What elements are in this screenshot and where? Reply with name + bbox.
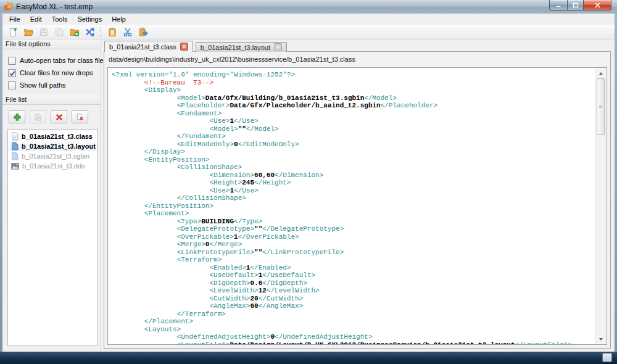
file-list-item[interactable]: b_01asia21st_t3.layout: [8, 141, 97, 151]
maximize-button[interactable]: [567, 0, 584, 10]
code-line: <?xml version="1.0" encoding="Windows-12…: [112, 71, 592, 79]
file-list-options: Auto-open tabs for class filesClear file…: [2, 49, 101, 95]
titlebar[interactable]: EasyMod XL - test.emp: [0, 0, 617, 14]
minimize-button[interactable]: [549, 0, 567, 10]
class-file-icon: [11, 132, 19, 141]
window-frame-right: [615, 14, 617, 352]
code-line: <CollisionShape>: [112, 163, 592, 172]
paste-arrow-button[interactable]: [136, 26, 150, 38]
checkbox[interactable]: [8, 81, 16, 89]
app-icon: [4, 2, 13, 12]
code-line: </EntityPosition>: [112, 202, 592, 210]
file-list-item[interactable]: b_01asia21st_t3.dds: [8, 161, 97, 171]
resize-grip[interactable]: [602, 353, 612, 362]
code-line: <LinkPrototypeFile>""</LinkPrototypeFile…: [112, 249, 592, 257]
code-line: <Layouts>: [112, 326, 592, 334]
arrow-up-icon: [599, 72, 603, 75]
open-folder-icon: [23, 27, 33, 37]
code-line: <Use>1</Use>: [112, 117, 592, 125]
code-line: <LevelWidth>12</LevelWidth>: [112, 287, 592, 295]
code-line: <CutWidth>20</CutWidth>: [112, 295, 592, 303]
file-list-header: File list: [2, 95, 101, 105]
code-line: <DelegatePrototype>""</DelegatePrototype…: [112, 225, 592, 233]
add-file-button[interactable]: [9, 110, 25, 123]
paste-clipboard-button[interactable]: [105, 26, 119, 38]
code-line: <Placeholder>Data/Gfx/Placeholder/b_aain…: [112, 102, 592, 110]
file-list-item[interactable]: b_01asia21st_t3.class: [8, 131, 97, 141]
option-row: Show full paths: [8, 79, 99, 91]
tab-close-icon[interactable]: ×: [180, 43, 188, 51]
code-line: <Model>Data/Gfx/Building/b_01asia21st_t3…: [112, 94, 592, 102]
menu-settings[interactable]: Settings: [72, 14, 107, 24]
code-line: </CollisionShape>: [112, 194, 592, 202]
save-all-icon: [54, 27, 64, 37]
checkbox-checked[interactable]: [8, 69, 16, 77]
scroll-up-button[interactable]: [596, 68, 606, 78]
save-all-button: [52, 26, 66, 38]
swap-arrows-button[interactable]: [83, 26, 97, 38]
file-name: b_01asia21st_t3.layout: [22, 143, 96, 150]
new-file-icon: [8, 27, 18, 37]
code-line: <EntityPosition>: [112, 156, 592, 164]
remove-missing-icon: [76, 113, 85, 122]
tab-active[interactable]: b_01asia21st_t3.class×: [104, 41, 193, 52]
minimize-icon: [555, 2, 561, 8]
menu-help[interactable]: Help: [107, 14, 131, 24]
add-folder-button[interactable]: [67, 26, 81, 38]
code-editor[interactable]: <?xml version="1.0" encoding="Windows-12…: [107, 67, 607, 345]
open-folder-button[interactable]: [21, 26, 35, 38]
paste-arrow-icon: [138, 27, 148, 37]
tab-inactive[interactable]: b_01asia21st_t3.layout×: [196, 42, 287, 52]
scroll-thumb[interactable]: [597, 78, 605, 135]
tab-content: data/design\buildings\industry_uk_cxl201…: [104, 51, 611, 349]
add-files-button: [30, 110, 46, 123]
code-line: <Placement>: [112, 210, 592, 218]
code-line: <Display>: [112, 86, 592, 94]
option-label: Auto-open tabs for class files: [20, 57, 107, 64]
tabbar: b_01asia21st_t3.class×b_01asia21st_t3.la…: [104, 41, 611, 52]
cut-scissors-button[interactable]: [120, 26, 135, 38]
code-line: <OverPickable>1</OverPickable>: [112, 233, 592, 241]
window-frame-bottom: [0, 352, 617, 364]
code-line: </Fundament>: [112, 133, 592, 141]
code-line: <Enabled>1</Enabled>: [112, 264, 592, 272]
code-line: <Terraform>: [112, 256, 592, 264]
code-line: </Placement>: [112, 318, 592, 326]
code-line: <EditModeOnly>0</EditModeOnly>: [112, 141, 592, 149]
menu-edit[interactable]: Edit: [25, 14, 47, 24]
remove-missing-button[interactable]: [72, 110, 88, 123]
tab-label: b_01asia21st_t3.layout: [201, 44, 270, 51]
code-line: <Type>BUILDING</Type>: [112, 218, 592, 226]
code-line: </Terraform>: [112, 310, 592, 318]
file-list-options-header: File list options: [2, 39, 101, 49]
window-title: EasyMod XL - test.emp: [16, 2, 93, 11]
file-list-toolbar: [2, 105, 101, 129]
menu-tools[interactable]: Tools: [47, 14, 73, 24]
code-area[interactable]: <?xml version="1.0" encoding="Windows-12…: [108, 68, 607, 345]
file-name: b_01asia21st_t3.dds: [22, 162, 85, 170]
window-controls: [549, 0, 611, 10]
paste-clipboard-icon: [107, 27, 117, 37]
scroll-down-button[interactable]: [596, 334, 606, 344]
new-file-button[interactable]: [6, 26, 20, 38]
menu-file[interactable]: File: [4, 14, 25, 24]
main-area: File list options Auto-open tabs for cla…: [2, 39, 615, 352]
editor-pane: b_01asia21st_t3.class×b_01asia21st_t3.la…: [101, 39, 615, 352]
toolbar: [2, 25, 615, 39]
vertical-scrollbar[interactable]: [595, 68, 606, 344]
checkbox[interactable]: [8, 57, 16, 65]
option-row: Clear files for new drops: [8, 67, 99, 79]
save-icon: [39, 27, 49, 37]
remove-file-button[interactable]: [51, 110, 67, 123]
sgbin-file-icon: [11, 152, 19, 160]
close-button[interactable]: [584, 0, 611, 10]
code-line: <AngleMax>60</AngleMax>: [112, 302, 592, 310]
add-file-icon: [13, 113, 22, 122]
dds-file-icon: [11, 163, 19, 170]
toolbar-separator: [101, 27, 101, 37]
file-name: b_01asia21st_t3.sgbin: [22, 152, 89, 160]
file-list-item[interactable]: b_01asia21st_t3.sgbin: [8, 151, 97, 161]
tab-close-icon[interactable]: ×: [274, 43, 282, 51]
swap-arrows-icon: [85, 27, 95, 37]
app-window: EasyMod XL - test.emp FileEditToolsSetti…: [0, 0, 617, 364]
